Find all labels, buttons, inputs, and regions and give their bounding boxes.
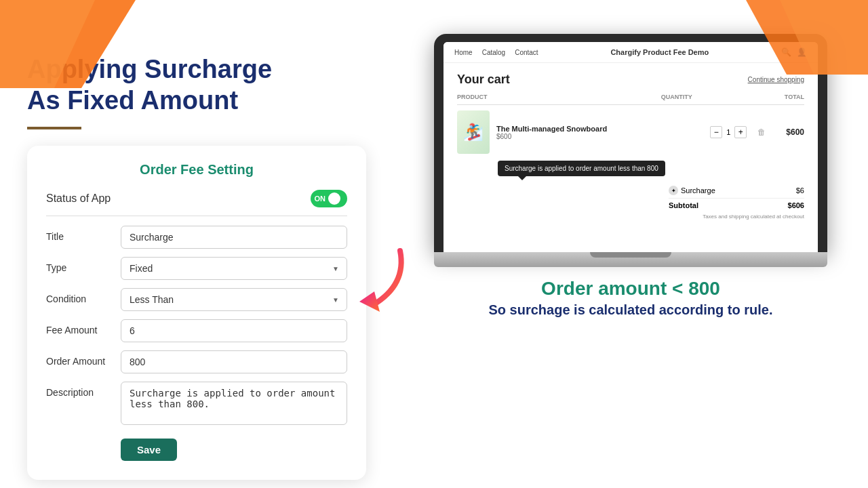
- fee-amount-label: Fee Amount: [46, 319, 114, 336]
- form-card: Order Fee Setting Status of App ON Title…: [27, 146, 366, 480]
- surcharge-subtotal-area: ✦ Surcharge $6 Subtotal $606 Taxes and s…: [669, 183, 804, 220]
- form-card-title: Order Fee Setting: [46, 162, 347, 178]
- qty-decrease-button[interactable]: −: [710, 126, 722, 138]
- type-select[interactable]: Fixed Percentage: [121, 257, 347, 280]
- toggle-circle: [328, 192, 340, 205]
- svg-marker-0: [359, 291, 380, 312]
- quantity-controls: − 1 +: [710, 126, 747, 138]
- nav-home: Home: [454, 49, 473, 56]
- fee-amount-row: Fee Amount: [46, 319, 347, 342]
- surcharge-row: ✦ Surcharge $6: [669, 183, 804, 199]
- order-amount-line: Order amount < 800: [488, 278, 772, 300]
- corner-decoration-top-right: [746, 0, 868, 77]
- surcharge-tooltip: Surcharge is applied to order amount les…: [498, 161, 665, 176]
- subtotal-amount: $606: [788, 201, 804, 209]
- nav-contact: Contact: [515, 49, 538, 56]
- store-brand: Chargify Product Fee Demo: [610, 48, 709, 56]
- type-row: Type Fixed Percentage ▼: [46, 257, 347, 280]
- type-label: Type: [46, 257, 114, 273]
- header-product: PRODUCT: [457, 94, 488, 100]
- delete-icon[interactable]: 🗑: [757, 127, 766, 137]
- product-name: The Multi-managed Snowboard: [496, 125, 663, 133]
- condition-label: Condition: [46, 288, 114, 304]
- laptop-base: [434, 252, 827, 267]
- condition-select[interactable]: Less Than Greater Than Equal To: [121, 288, 347, 311]
- order-amount-input[interactable]: [121, 350, 347, 373]
- header-total: TOTAL: [785, 94, 804, 100]
- rule-line: So surchage is calculated according to r…: [488, 302, 772, 318]
- description-label: Description: [46, 382, 114, 398]
- surcharge-circle-icon: ✦: [669, 186, 678, 195]
- surcharge-amount: $6: [796, 186, 804, 195]
- product-info: The Multi-managed Snowboard $600: [496, 125, 663, 140]
- save-row: Save: [46, 433, 347, 461]
- cart-table-header: PRODUCT QUANTITY TOTAL: [457, 94, 804, 105]
- qty-increase-button[interactable]: +: [734, 126, 747, 138]
- heading-underline: [27, 127, 81, 129]
- save-button[interactable]: Save: [121, 439, 177, 461]
- bottom-text: Order amount < 800 So surchage is calcul…: [488, 278, 772, 318]
- product-total-price: $600: [786, 127, 804, 137]
- store-nav: Home Catalog Contact: [454, 49, 538, 56]
- toggle-text: ON: [315, 195, 326, 203]
- cart-product-row: 🏂 The Multi-managed Snowboard $600 − 1 +…: [457, 110, 804, 154]
- product-image: 🏂: [457, 110, 490, 154]
- header-quantity: QUANTITY: [661, 94, 692, 100]
- condition-row: Condition Less Than Greater Than Equal T…: [46, 288, 347, 311]
- corner-decoration-top-left: [0, 0, 136, 91]
- title-row: Title: [46, 226, 347, 249]
- condition-select-wrapper: Less Than Greater Than Equal To ▼: [121, 288, 347, 311]
- subtotal-label: Subtotal: [669, 201, 698, 209]
- surcharge-label-left: ✦ Surcharge: [669, 186, 715, 195]
- status-row: Status of App ON: [46, 190, 347, 216]
- tax-note: Taxes and shipping calculated at checkou…: [669, 214, 804, 220]
- cart-body: Your cart Continue shopping PRODUCT QUAN…: [443, 63, 818, 229]
- description-textarea[interactable]: Surcharge is applied to order amount les…: [121, 382, 347, 425]
- product-price-label: $600: [496, 133, 663, 140]
- status-label: Status of App: [46, 192, 111, 205]
- type-select-wrapper: Fixed Percentage ▼: [121, 257, 347, 280]
- qty-value: 1: [726, 128, 730, 136]
- order-amount-label: Order Amount: [46, 350, 114, 367]
- toggle-on[interactable]: ON: [311, 190, 348, 207]
- surcharge-label: Surcharge: [681, 186, 715, 195]
- fee-amount-input[interactable]: [121, 319, 347, 342]
- laptop-notch: [590, 252, 671, 258]
- subtotal-row: Subtotal $606: [669, 199, 804, 212]
- pink-arrow-decoration: [346, 244, 414, 328]
- title-input[interactable]: [121, 226, 347, 249]
- nav-catalog: Catalog: [482, 49, 505, 56]
- cart-title: Your cart: [457, 73, 510, 87]
- description-row: Description Surcharge is applied to orde…: [46, 382, 347, 425]
- order-amount-row: Order Amount: [46, 350, 347, 373]
- title-label: Title: [46, 226, 114, 242]
